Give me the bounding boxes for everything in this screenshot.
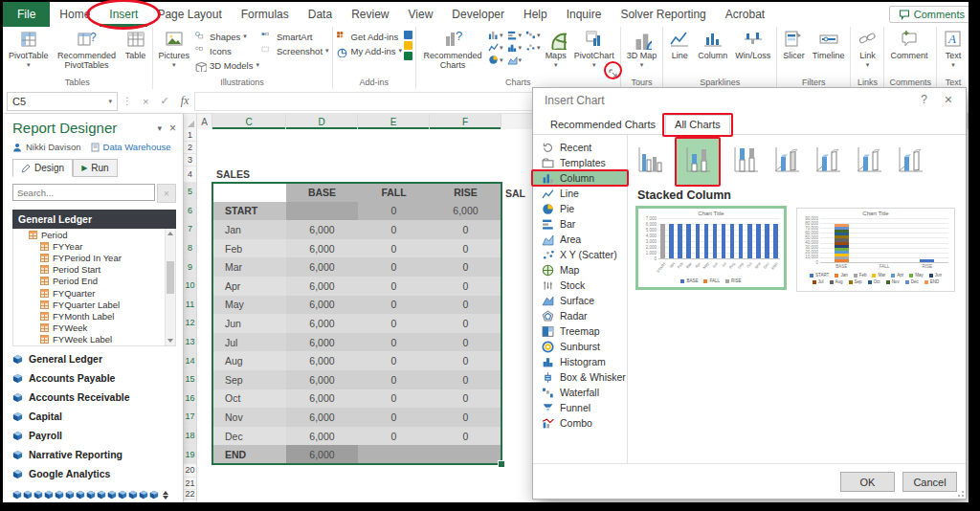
account-item-google-analytics[interactable]: Google Analytics <box>12 464 176 483</box>
comments-button[interactable]: Comments <box>889 6 969 23</box>
scroll-up-icon[interactable] <box>167 232 173 235</box>
column-header-d[interactable]: D <box>286 114 358 129</box>
active-cell-c5[interactable] <box>212 183 286 202</box>
ribbon-button-link[interactable]: Link▾ <box>854 28 880 71</box>
ribbon-button-line[interactable]: Line <box>666 28 693 61</box>
chart-type-line[interactable]: Line <box>533 186 627 201</box>
tree-item-fyperiod-in-year[interactable]: FYPeriod In Year <box>13 252 175 263</box>
chart-type-map[interactable]: Map <box>533 262 627 278</box>
chart-type-box-whisker[interactable]: Box & Whisker <box>533 369 627 385</box>
account-item-accounts-payable[interactable]: Accounts Payable <box>12 368 176 388</box>
chart-type-area[interactable]: Area <box>533 232 627 247</box>
subtype-icon-3d-100-stacked-column[interactable] <box>855 144 883 179</box>
tab-view[interactable]: View <box>399 2 443 27</box>
subtype-icon-clustered-column[interactable] <box>635 144 664 179</box>
tree-item-fymonth-label[interactable]: FYMonth Label <box>13 310 175 322</box>
row-header-11[interactable]: 11 <box>184 296 196 315</box>
ribbon-chart-button-mbar[interactable]: ▾ <box>507 30 523 40</box>
chart-type-surface[interactable]: Surface <box>533 293 627 308</box>
row-header-14[interactable]: 14 <box>184 351 196 370</box>
cube-strip-icon[interactable] <box>97 486 106 502</box>
cancel-entry-icon[interactable]: × <box>137 96 154 107</box>
ribbon-button-pictures[interactable]: Pictures▾ <box>156 28 193 71</box>
cube-strip-icon[interactable] <box>128 486 138 502</box>
column-header-c[interactable]: C <box>212 114 286 129</box>
ribbon-chart-button-mwf[interactable]: ▾ <box>525 30 541 40</box>
ribbon-button-icons[interactable]: Icons <box>194 44 259 57</box>
column-header-a[interactable]: A <box>197 114 212 129</box>
tab-help[interactable]: Help <box>514 2 557 27</box>
strip-spinner[interactable] <box>163 491 168 500</box>
cube-strip-icon[interactable] <box>149 486 159 502</box>
spinner-down-icon[interactable] <box>163 496 168 500</box>
account-item-payroll[interactable]: Payroll <box>12 426 176 445</box>
chart-type-stock[interactable]: Stock <box>533 278 627 293</box>
chart-type-templates[interactable]: Templates <box>533 155 627 170</box>
account-item-accounts-receivable[interactable]: Accounts Receivable <box>12 388 176 407</box>
tree-item-period[interactable]: Period <box>13 229 175 240</box>
tree-item-fyyear[interactable]: FYYear <box>13 240 175 252</box>
confirm-entry-icon[interactable]: ✓ <box>154 95 174 107</box>
tree-item-fyquarter-label[interactable]: FYQuarter Label <box>13 299 175 310</box>
row-header-10[interactable]: 10 <box>184 277 196 296</box>
cube-strip-icon[interactable] <box>139 486 148 502</box>
account-item-general-ledger[interactable]: General Ledger <box>12 349 176 368</box>
ribbon-button-text[interactable]: AText▾ <box>940 28 967 71</box>
ribbon-button-my-add-ins[interactable]: My Add-ins▾ <box>336 44 403 57</box>
chart-type-recent[interactable]: Recent <box>533 140 627 155</box>
dialog-help-icon[interactable]: ? <box>921 93 927 106</box>
row-header-4[interactable]: 4 <box>184 167 196 183</box>
subtype-icon-3d-stacked-column[interactable] <box>813 144 842 179</box>
name-box[interactable]: C5 ▾ <box>7 92 118 111</box>
ribbon-button-maps[interactable]: Maps▾ <box>543 28 569 71</box>
row-header-13[interactable]: 13 <box>184 333 196 352</box>
addin-app-icon[interactable] <box>404 52 412 60</box>
cube-strip-icon[interactable] <box>55 486 64 502</box>
ribbon-chart-button-mpie[interactable]: ▾ <box>488 55 503 65</box>
tab-solver-reporting[interactable]: Solver Reporting <box>611 2 715 27</box>
pane-search-input[interactable] <box>12 184 155 201</box>
subtype-icon-stacked-column-selected[interactable] <box>677 139 719 185</box>
ribbon-button-screenshot[interactable]: Screenshot▾ <box>261 44 329 57</box>
addin-app-icon[interactable] <box>404 31 412 39</box>
row-header-20[interactable]: 20 <box>184 464 196 478</box>
chart-type-pie[interactable]: Pie <box>533 201 627 216</box>
cube-strip-icon[interactable] <box>76 486 85 502</box>
cube-strip-icon[interactable] <box>23 486 33 502</box>
chart-type-waterfall[interactable]: Waterfall <box>533 385 627 400</box>
row-header-6[interactable]: 6 <box>184 202 196 221</box>
ribbon-button-timeline[interactable]: Timeline <box>810 28 848 61</box>
tab-inquire[interactable]: Inquire <box>557 2 612 27</box>
subtype-icon-3d-clustered-column[interactable] <box>772 144 801 179</box>
scroll-down-icon[interactable] <box>167 339 173 343</box>
tree-scrollbar[interactable] <box>165 229 175 345</box>
insert-function-icon[interactable]: fx <box>175 94 195 108</box>
row-header-12[interactable]: 12 <box>184 314 196 333</box>
select-all-corner[interactable] <box>184 114 197 129</box>
name-box-caret-icon[interactable]: ▾ <box>108 98 112 105</box>
tab-developer[interactable]: Developer <box>442 2 514 27</box>
ok-button[interactable]: OK <box>840 472 895 492</box>
ribbon-chart-button-mscatter[interactable]: ▾ <box>525 42 541 53</box>
addin-app-icon[interactable] <box>404 41 412 50</box>
ribbon-button-comment[interactable]: Comment <box>887 28 930 61</box>
ribbon-button-shapes[interactable]: Shapes▾ <box>194 30 259 43</box>
selection-fill-handle[interactable] <box>498 460 505 468</box>
tab-review[interactable]: Review <box>342 2 398 27</box>
chart-type-x-y-scatter[interactable]: X Y (Scatter) <box>533 247 627 262</box>
spinner-up-icon[interactable] <box>163 491 168 495</box>
tree-item-period-end[interactable]: Period End <box>13 276 175 287</box>
ribbon-button-3d-models[interactable]: 3D Models▾ <box>194 58 259 72</box>
pane-tab-run[interactable]: ▶ Run <box>73 159 118 177</box>
ribbon-chart-button-mhist[interactable]: ▾ <box>507 42 523 53</box>
ribbon-button-recommended-pivottables[interactable]: ?Recommended PivotTables <box>54 28 121 71</box>
cube-strip-icon[interactable] <box>12 486 22 502</box>
cube-strip-icon[interactable] <box>86 486 96 502</box>
chart-type-funnel[interactable]: Funnel <box>533 400 627 415</box>
row-header-5[interactable]: 5 <box>184 183 196 202</box>
row-header-18[interactable]: 18 <box>184 427 196 446</box>
account-item-narrative-reporting[interactable]: Narrative Reporting <box>12 445 176 464</box>
row-header-19[interactable]: 19 <box>184 445 196 464</box>
ribbon-button-smartart[interactable]: SmartArt <box>261 30 329 43</box>
cube-strip-icon[interactable] <box>118 486 127 502</box>
